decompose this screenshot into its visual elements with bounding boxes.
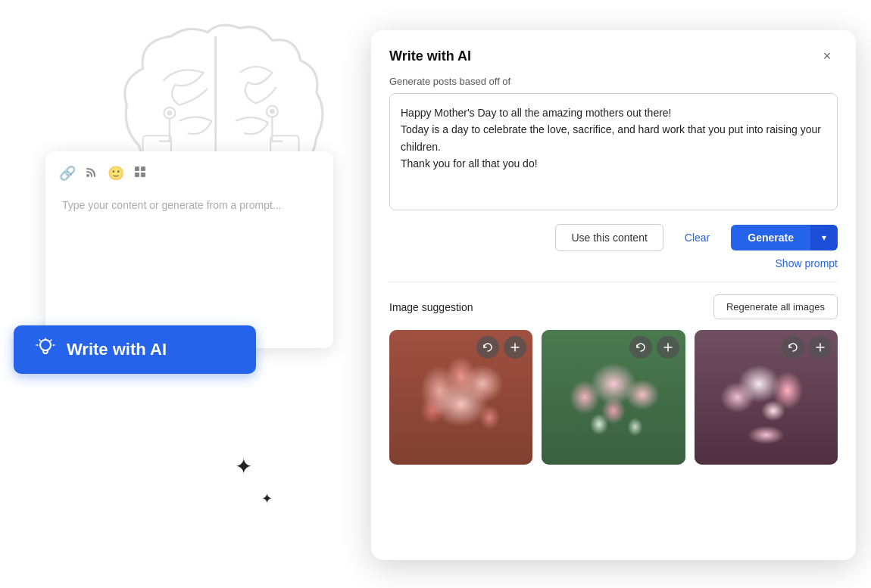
svg-rect-10 [141,173,145,177]
image-2-add-button[interactable] [657,336,679,359]
image-2-refresh-button[interactable] [629,336,652,359]
field-label: Generate posts based off of [389,76,838,87]
image-card-1[interactable] [389,330,532,465]
show-prompt-link[interactable]: Show prompt [776,257,838,269]
svg-rect-8 [141,166,145,171]
dialog-body: Generate posts based off of Use this con… [371,76,856,483]
action-row: Use this content Clear Generate ▾ [389,224,838,251]
show-prompt-row: Show prompt [389,257,838,269]
write-ai-button[interactable]: Write with AI [14,325,256,374]
grid-icon[interactable] [133,165,147,182]
generate-button[interactable]: Generate [731,225,810,250]
image-3-refresh-button[interactable] [782,336,804,359]
dialog-title: Write with AI [389,48,471,64]
svg-point-11 [40,340,51,350]
sparkle-decoration-2: ✦ [261,490,273,507]
editor-toolbar: 🔗 🙂 [59,165,320,182]
content-textarea[interactable] [389,93,838,210]
emoji-icon[interactable]: 🙂 [108,165,124,182]
generate-dropdown-button[interactable]: ▾ [810,225,838,250]
svg-rect-7 [135,166,139,171]
image-card-3[interactable] [695,330,838,465]
sparkle-decoration-1: ✦ [235,454,252,479]
regenerate-all-images-button[interactable]: Regenerate all images [713,294,838,319]
image-card-2[interactable] [542,330,685,465]
image-3-add-button[interactable] [809,336,832,359]
ai-dialog: Write with AI × Generate posts based off… [371,30,856,560]
images-grid [389,330,838,465]
use-content-button[interactable]: Use this content [555,224,663,251]
svg-point-6 [86,174,89,177]
write-ai-label: Write with AI [67,340,167,359]
editor-card: 🔗 🙂 Type your content or generate from a… [45,151,333,348]
image-3-overlay-buttons [782,336,832,359]
svg-point-3 [270,109,274,114]
svg-point-1 [167,110,172,115]
image-1-refresh-button[interactable] [476,336,499,359]
rss-icon[interactable] [85,165,98,182]
section-divider [389,282,838,282]
image-2-overlay-buttons [629,336,679,359]
close-button[interactable]: × [816,45,838,67]
image-suggestion-label: Image suggestion [389,301,473,313]
svg-rect-9 [135,173,139,177]
link-icon[interactable]: 🔗 [59,165,76,182]
generate-btn-group: Generate ▾ [731,225,838,250]
image-section-header: Image suggestion Regenerate all images [389,294,838,319]
clear-button[interactable]: Clear [671,225,723,250]
image-1-add-button[interactable] [504,336,526,359]
image-1-overlay-buttons [476,336,526,359]
dialog-header: Write with AI × [371,30,856,76]
bulb-icon [35,337,56,363]
editor-placeholder: Type your content or generate from a pro… [59,193,320,217]
